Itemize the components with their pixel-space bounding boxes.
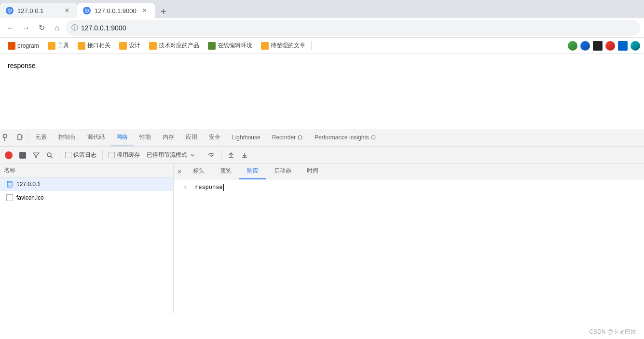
bookmark-tools-icon bbox=[48, 42, 55, 50]
devtools-tab-performance[interactable]: 性能 bbox=[134, 129, 157, 147]
svg-point-12 bbox=[371, 136, 375, 139]
bookmark-ext-3[interactable] bbox=[593, 41, 603, 51]
reload-button[interactable]: ↻ bbox=[35, 21, 48, 35]
svg-point-11 bbox=[298, 136, 302, 139]
bookmark-editor-icon bbox=[208, 42, 216, 50]
disable-cache-checkbox[interactable]: 停用缓存 bbox=[106, 149, 143, 161]
url-input[interactable]: ⓘ 127.0.0.1:9000 bbox=[66, 20, 640, 36]
browser-tab-1[interactable]: 127.0.0.1 × bbox=[0, 3, 77, 18]
preserve-log-checkbox[interactable]: 保留日志 bbox=[62, 149, 99, 161]
wifi-icon-btn[interactable] bbox=[204, 150, 219, 160]
bookmark-articles-icon bbox=[261, 42, 269, 50]
devtools-main: 名称 127.0.0.1 favicon.ico bbox=[0, 164, 644, 313]
file-item-127[interactable]: 127.0.0.1 bbox=[0, 177, 173, 191]
line-num-1: 1 bbox=[174, 183, 187, 192]
file-favicon-icon bbox=[6, 194, 14, 202]
back-button[interactable]: ← bbox=[4, 21, 17, 35]
bookmark-ext-2[interactable] bbox=[580, 41, 590, 51]
wifi-icon bbox=[207, 152, 216, 159]
download-btn[interactable] bbox=[238, 150, 251, 160]
bookmark-tech[interactable]: 技术对应的产品 bbox=[145, 40, 203, 51]
tab1-close[interactable]: × bbox=[63, 6, 71, 15]
bookmark-design-icon bbox=[119, 42, 127, 50]
devtools-tab-console[interactable]: 控制台 bbox=[53, 129, 82, 147]
bookmark-articles[interactable]: 待整理的文章 bbox=[257, 40, 309, 51]
record-button[interactable] bbox=[2, 150, 15, 161]
code-line-1: response bbox=[193, 183, 644, 192]
bookmark-tools[interactable]: 工具 bbox=[44, 40, 73, 51]
bookmark-ext-5[interactable] bbox=[618, 41, 628, 51]
address-bar: ← → ↻ ⌂ ⓘ 127.0.0.1:9000 bbox=[0, 18, 644, 38]
svg-line-15 bbox=[51, 156, 53, 158]
resp-tab-initiator[interactable]: 启动器 bbox=[266, 164, 299, 179]
devtools-tab-elements[interactable]: 元素 bbox=[29, 129, 53, 147]
devtools-tab-memory[interactable]: 内存 bbox=[157, 129, 180, 147]
bookmarks-separator bbox=[311, 41, 312, 50]
file-list-panel: 名称 127.0.0.1 favicon.ico bbox=[0, 164, 174, 313]
home-button[interactable]: ⌂ bbox=[50, 21, 64, 35]
bookmark-api[interactable]: 接口相关 bbox=[74, 40, 114, 51]
svg-rect-6 bbox=[3, 135, 6, 137]
tab2-close[interactable]: × bbox=[140, 6, 149, 15]
resp-tab-timing[interactable]: 时间 bbox=[299, 164, 326, 179]
bookmark-tech-label: 技术对应的产品 bbox=[159, 41, 199, 50]
bookmark-editor[interactable]: 在线编辑环境 bbox=[204, 40, 256, 51]
devtools-tab-perf-insights[interactable]: Performance insights bbox=[309, 129, 382, 147]
devtools-tab-network[interactable]: 网络 bbox=[110, 129, 134, 147]
devtools-tab-security[interactable]: 安全 bbox=[203, 129, 226, 147]
bookmark-editor-label: 在线编辑环境 bbox=[218, 41, 252, 50]
page-response-text: response bbox=[8, 62, 36, 69]
search-button[interactable] bbox=[43, 150, 56, 160]
resp-tab-preview[interactable]: 预览 bbox=[212, 164, 239, 179]
bookmark-api-icon bbox=[78, 42, 85, 50]
throttle-selector[interactable]: 已停用节流模式 bbox=[144, 149, 198, 161]
bookmark-ext-4[interactable] bbox=[605, 41, 615, 51]
tab1-favicon bbox=[6, 7, 14, 14]
watermark: CSDN @卡皮巴拉 bbox=[589, 328, 636, 336]
devtools-network-toolbar: 保留日志 停用缓存 已停用节流模式 bbox=[0, 147, 644, 164]
devtools-sep-1 bbox=[28, 133, 28, 143]
new-tab-button[interactable]: + bbox=[157, 5, 170, 18]
devtools-tab-recorder[interactable]: Recorder bbox=[266, 129, 309, 147]
bookmark-program-icon bbox=[8, 42, 15, 50]
devtools-inspect-icon[interactable] bbox=[0, 131, 14, 145]
toolbar2-sep-2 bbox=[102, 150, 103, 160]
bookmark-ext-1[interactable] bbox=[568, 41, 577, 51]
devtools-tab-lighthouse[interactable]: Lighthouse bbox=[226, 129, 266, 147]
tab2-favicon bbox=[83, 7, 91, 14]
resp-tab-headers[interactable]: 标头 bbox=[185, 164, 212, 179]
devtools-tab-application[interactable]: 应用 bbox=[180, 129, 203, 147]
upload-icon bbox=[228, 152, 234, 159]
filter-icon bbox=[33, 152, 40, 159]
file-item-favicon[interactable]: favicon.ico bbox=[0, 191, 173, 204]
response-close-btn[interactable]: × bbox=[174, 166, 185, 177]
code-content[interactable]: response bbox=[193, 179, 644, 313]
throttle-dropdown-icon bbox=[190, 153, 195, 158]
search-icon bbox=[46, 152, 53, 159]
devtools-device-icon[interactable] bbox=[14, 131, 27, 145]
file-item-127-name: 127.0.0.1 bbox=[16, 181, 41, 188]
filter-button[interactable] bbox=[30, 150, 42, 160]
bookmark-program-label: program bbox=[17, 42, 39, 49]
favicon-checkbox bbox=[6, 194, 13, 201]
bookmark-design[interactable]: 设计 bbox=[115, 40, 144, 51]
bookmark-ext-6[interactable] bbox=[630, 41, 640, 51]
bookmark-tech-icon bbox=[149, 42, 157, 50]
forward-button[interactable]: → bbox=[19, 21, 33, 35]
resp-tab-response[interactable]: 响应 bbox=[239, 164, 266, 179]
browser-tab-2[interactable]: 127.0.0.1:9000 × bbox=[77, 3, 155, 18]
bookmark-articles-label: 待整理的文章 bbox=[271, 41, 305, 50]
toolbar2-sep-1 bbox=[59, 150, 59, 160]
response-tab-bar: × 标头 预览 响应 启动器 时间 bbox=[174, 164, 644, 179]
svg-point-14 bbox=[47, 153, 51, 157]
file-127-icon bbox=[6, 180, 14, 188]
devtools-tab-sources[interactable]: 源代码 bbox=[82, 129, 110, 147]
bookmark-program[interactable]: program bbox=[4, 41, 43, 51]
disable-cache-icon bbox=[109, 152, 115, 158]
upload-btn[interactable] bbox=[225, 150, 237, 160]
stop-button[interactable] bbox=[16, 150, 29, 160]
tab2-title: 127.0.0.1:9000 bbox=[95, 7, 137, 14]
stop-icon bbox=[19, 152, 26, 159]
preserve-log-label: 保留日志 bbox=[73, 151, 96, 159]
col-header-name: 名称 bbox=[4, 166, 15, 175]
